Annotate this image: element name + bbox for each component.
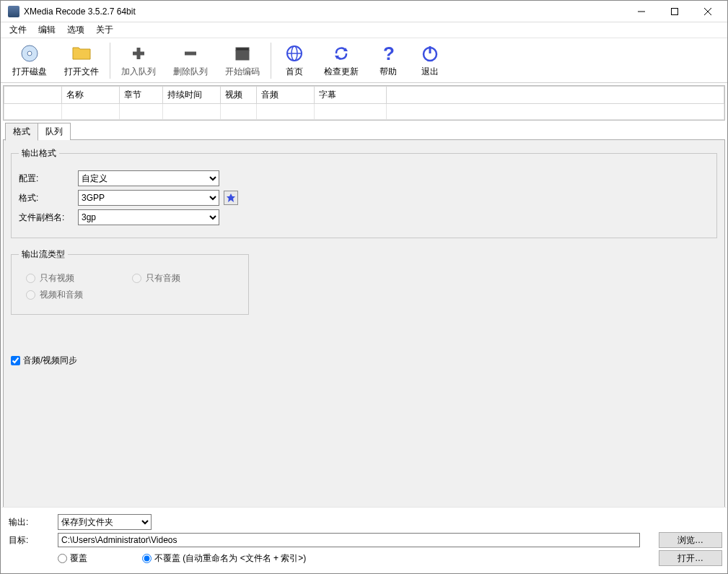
open-file-button[interactable]: 打开文件 (56, 39, 108, 82)
encode-button[interactable]: 开始编码 (216, 39, 268, 82)
menu-options[interactable]: 选项 (61, 22, 90, 38)
av-sync-checkbox[interactable] (11, 356, 20, 365)
av-sync-label: 音频/视频同步 (23, 355, 77, 367)
remove-job-label: 删除队列 (173, 66, 208, 78)
help-button[interactable]: ? 帮助 (367, 39, 409, 82)
profile-label: 配置: (19, 173, 74, 185)
tab-jobs[interactable]: 队列 (38, 123, 71, 140)
home-button[interactable]: 首页 (273, 39, 315, 82)
col-subtitle[interactable]: 字幕 (315, 87, 387, 104)
update-button[interactable]: 检查更新 (315, 39, 367, 82)
open-folder-button[interactable]: 打开… (659, 550, 722, 566)
output-mode-select[interactable]: 保存到文件夹 (58, 514, 152, 530)
window-title: XMedia Recode 3.5.2.7 64bit (24, 6, 625, 17)
overwrite-radio[interactable]: 覆盖 (58, 552, 87, 565)
stream-type-legend: 输出流类型 (19, 248, 68, 261)
home-label: 首页 (286, 66, 303, 78)
question-icon: ? (377, 43, 399, 64)
close-button[interactable] (691, 1, 724, 22)
update-label: 检查更新 (324, 66, 359, 78)
tab-format[interactable]: 格式 (5, 123, 38, 141)
svg-point-5 (27, 51, 32, 56)
disc-icon (19, 43, 40, 64)
output-label: 输出: (9, 516, 52, 529)
menu-about[interactable]: 关于 (90, 22, 119, 38)
encode-label: 开始编码 (225, 66, 260, 78)
table-row[interactable] (4, 104, 724, 120)
remove-job-button[interactable]: 删除队列 (165, 39, 216, 82)
col-extra[interactable] (387, 87, 724, 104)
output-format-legend: 输出格式 (19, 147, 59, 160)
clapperboard-icon (232, 43, 253, 64)
file-list-header: 名称 章节 持续时间 视频 音频 字幕 (4, 87, 724, 104)
col-name[interactable]: 名称 (62, 87, 120, 104)
target-path-input[interactable] (58, 533, 640, 547)
titlebar: XMedia Recode 3.5.2.7 64bit (1, 1, 727, 22)
browse-button[interactable]: 浏览… (659, 532, 722, 548)
open-disc-label: 打开磁盘 (12, 66, 47, 78)
svg-text:?: ? (383, 44, 395, 63)
ext-select[interactable]: 3gp (78, 209, 219, 225)
col-audio[interactable]: 音频 (257, 87, 315, 104)
favorite-button[interactable] (224, 191, 238, 205)
toolbar-separator (110, 43, 110, 79)
menubar: 文件 编辑 选项 关于 (1, 22, 727, 38)
col-blank[interactable] (4, 87, 62, 104)
exit-button[interactable]: 退出 (409, 39, 451, 82)
menu-edit[interactable]: 编辑 (32, 22, 61, 38)
format-select[interactable]: 3GPP (78, 190, 219, 206)
svg-rect-1 (672, 8, 678, 14)
globe-icon (284, 43, 305, 64)
format-label: 格式: (19, 192, 74, 204)
output-format-group: 输出格式 配置: 自定义 格式: 3GPP 文件副档名: 3gp (11, 147, 717, 238)
open-disc-button[interactable]: 打开磁盘 (4, 39, 56, 82)
open-file-label: 打开文件 (64, 66, 99, 78)
svg-rect-9 (236, 51, 249, 60)
menu-file[interactable]: 文件 (4, 22, 32, 38)
toolbar: 打开磁盘 打开文件 加入队列 删除队列 开始编码 首页 检查更新 ? 帮助 退出 (1, 38, 727, 83)
toolbar-separator (271, 43, 271, 79)
power-icon (419, 43, 441, 64)
tabstrip: 格式 队列 (1, 123, 727, 140)
tabpane-format: 输出格式 配置: 自定义 格式: 3GPP 文件副档名: 3gp 输出流类型 只… (3, 140, 725, 508)
audio-only-radio[interactable]: 只有音频 (132, 272, 180, 284)
exit-label: 退出 (421, 66, 439, 78)
app-icon (8, 6, 19, 17)
output-panel: 输出: 保存到文件夹 目标: 浏览… 覆盖 不覆盖 (自动重命名为 <文件名 +… (1, 507, 727, 573)
refresh-icon (330, 43, 352, 64)
target-label: 目标: (9, 534, 52, 547)
svg-rect-10 (236, 48, 249, 51)
video-audio-radio[interactable]: 视频和音频 (26, 289, 83, 301)
col-video[interactable]: 视频 (221, 87, 257, 104)
profile-select[interactable]: 自定义 (78, 170, 219, 186)
file-list: 名称 章节 持续时间 视频 音频 字幕 (3, 85, 725, 121)
video-only-radio[interactable]: 只有视频 (26, 272, 74, 284)
plus-icon (128, 43, 149, 64)
col-duration[interactable]: 持续时间 (163, 87, 221, 104)
no-overwrite-radio[interactable]: 不覆盖 (自动重命名为 <文件名 + 索引>) (142, 552, 306, 565)
help-label: 帮助 (380, 66, 397, 78)
maximize-button[interactable] (658, 1, 691, 22)
add-job-button[interactable]: 加入队列 (113, 39, 165, 82)
folder-icon (71, 43, 92, 64)
minus-icon (180, 43, 201, 64)
stream-type-group: 输出流类型 只有视频 只有音频 视频和音频 (11, 248, 249, 315)
col-chapter[interactable]: 章节 (120, 87, 163, 104)
add-job-label: 加入队列 (121, 66, 156, 78)
svg-marker-19 (227, 193, 235, 202)
minimize-button[interactable] (625, 1, 658, 22)
ext-label: 文件副档名: (19, 212, 74, 224)
